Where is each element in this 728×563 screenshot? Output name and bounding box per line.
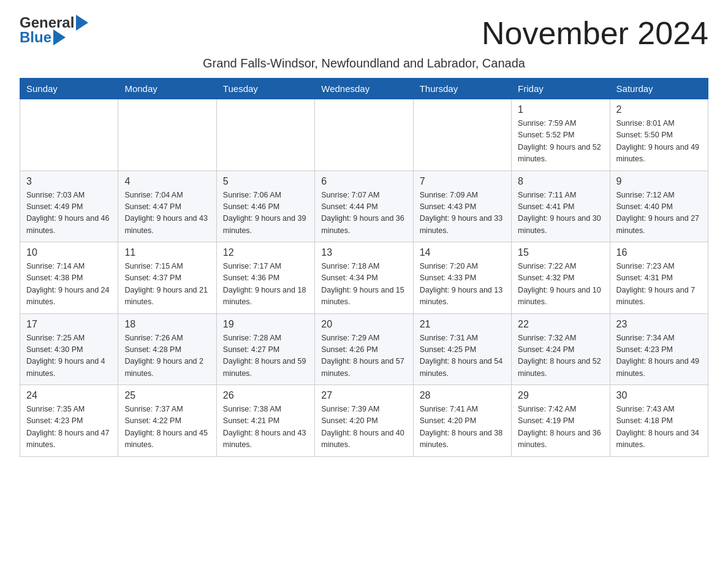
- day-info: Sunrise: 7:41 AMSunset: 4:20 PMDaylight:…: [420, 404, 505, 451]
- calendar-cell: [413, 99, 511, 171]
- day-number: 13: [321, 247, 406, 258]
- day-info: Sunrise: 7:20 AMSunset: 4:33 PMDaylight:…: [420, 261, 505, 308]
- day-info: Sunrise: 7:22 AMSunset: 4:32 PMDaylight:…: [518, 261, 603, 308]
- day-info: Sunrise: 7:17 AMSunset: 4:36 PMDaylight:…: [223, 261, 308, 308]
- logo-general-text: General: [20, 15, 74, 30]
- day-number: 5: [223, 176, 308, 187]
- day-info: Sunrise: 7:43 AMSunset: 4:18 PMDaylight:…: [616, 404, 702, 451]
- day-number: 1: [518, 104, 603, 115]
- day-number: 21: [420, 319, 505, 330]
- calendar-cell: 6Sunrise: 7:07 AMSunset: 4:44 PMDaylight…: [315, 170, 413, 242]
- day-info: Sunrise: 7:31 AMSunset: 4:25 PMDaylight:…: [420, 332, 505, 380]
- day-number: 8: [518, 176, 603, 187]
- calendar-cell: 29Sunrise: 7:42 AMSunset: 4:19 PMDayligh…: [512, 385, 610, 457]
- logo-arrow2-icon: [53, 29, 66, 45]
- day-number: 12: [223, 247, 308, 258]
- day-number: 19: [223, 319, 308, 330]
- day-info: Sunrise: 7:06 AMSunset: 4:46 PMDaylight:…: [223, 190, 308, 237]
- calendar-cell: 28Sunrise: 7:41 AMSunset: 4:20 PMDayligh…: [413, 385, 511, 457]
- calendar-cell: 12Sunrise: 7:17 AMSunset: 4:36 PMDayligh…: [216, 242, 314, 314]
- calendar-cell: 2Sunrise: 8:01 AMSunset: 5:50 PMDaylight…: [610, 99, 708, 171]
- calendar-cell: 17Sunrise: 7:25 AMSunset: 4:30 PMDayligh…: [20, 313, 118, 385]
- weekday-header-friday: Friday: [512, 79, 610, 99]
- day-number: 9: [616, 176, 702, 187]
- calendar-cell: 5Sunrise: 7:06 AMSunset: 4:46 PMDaylight…: [216, 170, 314, 242]
- day-number: 18: [124, 319, 210, 330]
- calendar-cell: 4Sunrise: 7:04 AMSunset: 4:47 PMDaylight…: [118, 170, 216, 242]
- day-number: 10: [26, 247, 112, 258]
- day-info: Sunrise: 7:14 AMSunset: 4:38 PMDaylight:…: [26, 261, 112, 308]
- logo-blue-text: Blue: [20, 30, 51, 45]
- calendar-week-row: 1Sunrise: 7:59 AMSunset: 5:52 PMDaylight…: [20, 99, 708, 171]
- calendar-week-row: 17Sunrise: 7:25 AMSunset: 4:30 PMDayligh…: [20, 313, 708, 385]
- calendar-cell: 26Sunrise: 7:38 AMSunset: 4:21 PMDayligh…: [216, 385, 314, 457]
- calendar-cell: 1Sunrise: 7:59 AMSunset: 5:52 PMDaylight…: [512, 99, 610, 171]
- weekday-header-tuesday: Tuesday: [216, 79, 314, 99]
- day-info: Sunrise: 7:37 AMSunset: 4:22 PMDaylight:…: [124, 404, 210, 451]
- day-info: Sunrise: 8:01 AMSunset: 5:50 PMDaylight:…: [616, 118, 702, 166]
- day-number: 29: [518, 390, 603, 401]
- subtitle: Grand Falls-Windsor, Newfoundland and La…: [20, 56, 708, 71]
- calendar-cell: 7Sunrise: 7:09 AMSunset: 4:43 PMDaylight…: [413, 170, 511, 242]
- calendar-cell: 27Sunrise: 7:39 AMSunset: 4:20 PMDayligh…: [315, 385, 413, 457]
- weekday-header-monday: Monday: [118, 79, 216, 99]
- day-info: Sunrise: 7:04 AMSunset: 4:47 PMDaylight:…: [124, 190, 210, 237]
- day-info: Sunrise: 7:09 AMSunset: 4:43 PMDaylight:…: [420, 190, 505, 237]
- weekday-header-thursday: Thursday: [413, 79, 511, 99]
- weekday-header-wednesday: Wednesday: [315, 79, 413, 99]
- weekday-header-saturday: Saturday: [610, 79, 708, 99]
- calendar-cell: 9Sunrise: 7:12 AMSunset: 4:40 PMDaylight…: [610, 170, 708, 242]
- day-number: 22: [518, 319, 603, 330]
- day-info: Sunrise: 7:39 AMSunset: 4:20 PMDaylight:…: [321, 404, 406, 451]
- day-info: Sunrise: 7:11 AMSunset: 4:41 PMDaylight:…: [518, 190, 603, 237]
- calendar-cell: 14Sunrise: 7:20 AMSunset: 4:33 PMDayligh…: [413, 242, 511, 314]
- day-number: 6: [321, 176, 406, 187]
- day-info: Sunrise: 7:03 AMSunset: 4:49 PMDaylight:…: [26, 190, 112, 237]
- calendar-cell: 25Sunrise: 7:37 AMSunset: 4:22 PMDayligh…: [118, 385, 216, 457]
- calendar-cell: [20, 99, 118, 171]
- calendar-cell: 20Sunrise: 7:29 AMSunset: 4:26 PMDayligh…: [315, 313, 413, 385]
- day-number: 20: [321, 319, 406, 330]
- calendar-cell: 19Sunrise: 7:28 AMSunset: 4:27 PMDayligh…: [216, 313, 314, 385]
- weekday-header-sunday: Sunday: [20, 79, 118, 99]
- calendar-cell: 18Sunrise: 7:26 AMSunset: 4:28 PMDayligh…: [118, 313, 216, 385]
- calendar-cell: 24Sunrise: 7:35 AMSunset: 4:23 PMDayligh…: [20, 385, 118, 457]
- day-info: Sunrise: 7:42 AMSunset: 4:19 PMDaylight:…: [518, 404, 603, 451]
- day-number: 24: [26, 390, 112, 401]
- logo-arrow-icon: [76, 15, 88, 31]
- calendar-week-row: 24Sunrise: 7:35 AMSunset: 4:23 PMDayligh…: [20, 385, 708, 457]
- day-info: Sunrise: 7:18 AMSunset: 4:34 PMDaylight:…: [321, 261, 406, 308]
- day-info: Sunrise: 7:26 AMSunset: 4:28 PMDaylight:…: [124, 332, 210, 380]
- day-number: 26: [223, 390, 308, 401]
- calendar-cell: 13Sunrise: 7:18 AMSunset: 4:34 PMDayligh…: [315, 242, 413, 314]
- day-info: Sunrise: 7:29 AMSunset: 4:26 PMDaylight:…: [321, 332, 406, 380]
- day-number: 23: [616, 319, 702, 330]
- weekday-header-row: SundayMondayTuesdayWednesdayThursdayFrid…: [20, 79, 708, 99]
- calendar-cell: 8Sunrise: 7:11 AMSunset: 4:41 PMDaylight…: [512, 170, 610, 242]
- day-number: 15: [518, 247, 603, 258]
- calendar-cell: [315, 99, 413, 171]
- calendar-cell: [118, 99, 216, 171]
- page-title: November 2024: [482, 15, 708, 52]
- header: General Blue November 2024: [20, 15, 708, 52]
- day-info: Sunrise: 7:35 AMSunset: 4:23 PMDaylight:…: [26, 404, 112, 451]
- calendar-cell: [216, 99, 314, 171]
- calendar-cell: 16Sunrise: 7:23 AMSunset: 4:31 PMDayligh…: [610, 242, 708, 314]
- logo: General Blue: [20, 15, 88, 45]
- day-info: Sunrise: 7:59 AMSunset: 5:52 PMDaylight:…: [518, 118, 603, 166]
- calendar-cell: 22Sunrise: 7:32 AMSunset: 4:24 PMDayligh…: [512, 313, 610, 385]
- day-info: Sunrise: 7:07 AMSunset: 4:44 PMDaylight:…: [321, 190, 406, 237]
- day-number: 4: [124, 176, 210, 187]
- calendar-cell: 11Sunrise: 7:15 AMSunset: 4:37 PMDayligh…: [118, 242, 216, 314]
- day-info: Sunrise: 7:28 AMSunset: 4:27 PMDaylight:…: [223, 332, 308, 380]
- day-info: Sunrise: 7:12 AMSunset: 4:40 PMDaylight:…: [616, 190, 702, 237]
- day-number: 27: [321, 390, 406, 401]
- day-number: 28: [420, 390, 505, 401]
- day-info: Sunrise: 7:38 AMSunset: 4:21 PMDaylight:…: [223, 404, 308, 451]
- day-info: Sunrise: 7:34 AMSunset: 4:23 PMDaylight:…: [616, 332, 702, 380]
- logo-content: General Blue: [20, 15, 88, 45]
- day-number: 2: [616, 104, 702, 115]
- day-number: 25: [124, 390, 210, 401]
- day-info: Sunrise: 7:32 AMSunset: 4:24 PMDaylight:…: [518, 332, 603, 380]
- day-number: 17: [26, 319, 112, 330]
